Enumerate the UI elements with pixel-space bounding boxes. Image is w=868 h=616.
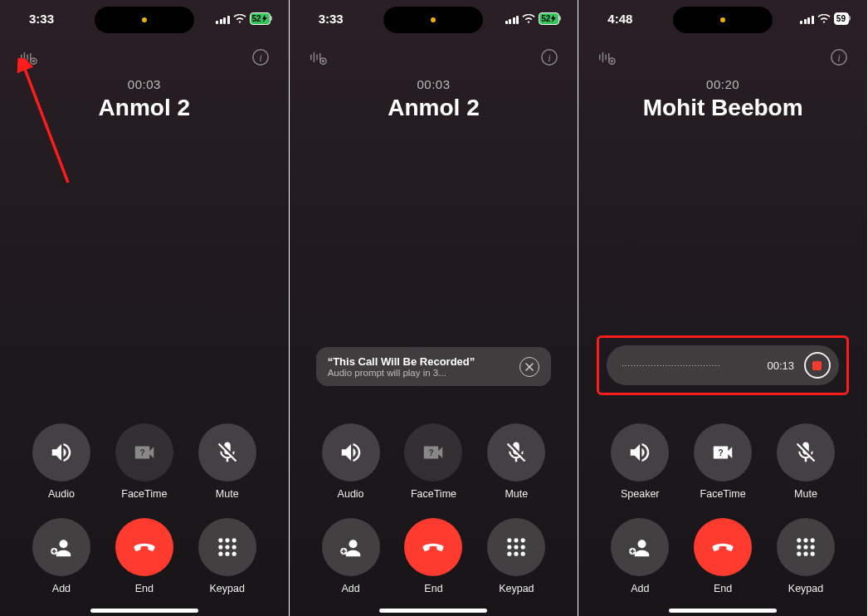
call-screen-2: 3:33 52 i 00:03 Anmol 2 “This Call Will … xyxy=(290,0,579,616)
svg-text:?: ? xyxy=(719,448,724,457)
svg-point-36 xyxy=(514,545,519,549)
call-timer: 00:03 xyxy=(290,77,578,91)
end-call-button[interactable]: End xyxy=(404,518,462,594)
svg-point-40 xyxy=(521,552,525,556)
mute-button[interactable]: Mute xyxy=(487,423,545,500)
svg-point-13 xyxy=(225,538,229,542)
svg-point-34 xyxy=(521,538,525,542)
svg-point-33 xyxy=(514,538,519,542)
cellular-icon xyxy=(800,14,814,24)
end-call-button[interactable]: End xyxy=(115,518,173,594)
wifi-icon xyxy=(233,14,246,24)
waveform-icon: ·································· xyxy=(622,361,757,369)
svg-point-20 xyxy=(232,552,236,556)
call-controls: Audio ?FaceTime Mute Add End Keypad xyxy=(290,423,578,594)
facetime-button[interactable]: ?FaceTime xyxy=(404,423,462,500)
svg-text:i: i xyxy=(549,52,552,64)
home-indicator[interactable] xyxy=(669,609,777,613)
svg-point-37 xyxy=(521,545,525,549)
status-time: 3:33 xyxy=(319,12,344,26)
keypad-button[interactable]: Keypad xyxy=(487,518,545,594)
keypad-button[interactable]: Keypad xyxy=(198,518,256,594)
facetime-button[interactable]: ?FaceTime xyxy=(694,423,752,500)
dynamic-island xyxy=(673,7,773,33)
keypad-button[interactable]: Keypad xyxy=(777,518,835,594)
svg-point-30 xyxy=(349,540,357,548)
record-call-icon[interactable] xyxy=(597,47,617,67)
add-button[interactable]: Add xyxy=(322,518,380,594)
svg-point-50 xyxy=(638,540,646,548)
svg-point-58 xyxy=(797,552,801,556)
call-controls: Audio ?FaceTime Mute Add End Keypad xyxy=(0,423,289,594)
svg-point-60 xyxy=(811,552,815,556)
svg-text:i: i xyxy=(837,52,841,64)
svg-point-39 xyxy=(514,552,519,556)
info-icon[interactable]: i xyxy=(251,47,271,67)
record-call-icon[interactable] xyxy=(308,47,328,67)
recording-indicator: ·································· 00:13 xyxy=(607,345,839,385)
svg-point-18 xyxy=(218,552,222,556)
svg-point-56 xyxy=(803,545,807,549)
info-icon[interactable]: i xyxy=(829,47,849,67)
call-controls: Speaker ?FaceTime Mute Add End Keypad xyxy=(578,423,867,594)
svg-point-17 xyxy=(232,545,236,549)
svg-line-8 xyxy=(23,65,68,183)
svg-point-53 xyxy=(803,538,807,542)
contact-name: Mohit Beebom xyxy=(578,95,867,121)
svg-text:?: ? xyxy=(139,448,144,457)
home-indicator[interactable] xyxy=(90,609,198,613)
svg-point-38 xyxy=(508,552,512,556)
home-indicator[interactable] xyxy=(379,609,487,613)
audio-button[interactable]: Audio xyxy=(32,423,90,500)
annotation-arrow xyxy=(17,58,75,191)
dynamic-island xyxy=(383,7,483,33)
svg-point-55 xyxy=(797,545,801,549)
notification-subtitle: Audio prompt will play in 3... xyxy=(328,368,475,378)
speaker-button[interactable]: Speaker xyxy=(611,423,669,500)
mute-button[interactable]: Mute xyxy=(777,423,835,500)
call-screen-3: 4:48 59 i 00:20 Mohit Beebom ···········… xyxy=(578,0,868,616)
stop-recording-button[interactable] xyxy=(804,352,831,379)
svg-point-12 xyxy=(218,538,222,542)
add-button[interactable]: Add xyxy=(32,518,90,594)
facetime-button[interactable]: ?FaceTime xyxy=(115,423,173,500)
recording-time: 00:13 xyxy=(767,359,794,372)
wifi-icon xyxy=(817,14,831,24)
svg-point-32 xyxy=(508,538,512,542)
cellular-icon xyxy=(505,14,519,24)
svg-point-57 xyxy=(811,545,815,549)
cellular-icon xyxy=(216,14,230,24)
svg-point-35 xyxy=(508,545,512,549)
contact-name: Anmol 2 xyxy=(290,95,578,121)
status-time: 3:33 xyxy=(29,12,54,26)
close-icon[interactable] xyxy=(519,357,539,377)
add-button[interactable]: Add xyxy=(611,518,669,594)
battery-icon: 52 xyxy=(539,12,559,25)
svg-point-14 xyxy=(232,538,236,542)
call-screen-1: 3:33 52 i 00:03 Anmol 2 Audio ?FaceTime … xyxy=(0,0,290,616)
svg-point-54 xyxy=(811,538,815,542)
battery-icon: 59 xyxy=(834,12,849,25)
notification-title: “This Call Will Be Recorded” xyxy=(328,355,475,368)
svg-point-19 xyxy=(225,552,229,556)
svg-text:?: ? xyxy=(429,448,434,457)
mute-button[interactable]: Mute xyxy=(198,423,256,500)
svg-point-15 xyxy=(218,545,222,549)
end-call-button[interactable]: End xyxy=(694,518,752,594)
dynamic-island xyxy=(95,7,194,33)
status-time: 4:48 xyxy=(607,12,632,26)
call-timer: 00:20 xyxy=(578,77,867,91)
svg-point-59 xyxy=(803,552,807,556)
battery-icon: 52 xyxy=(250,12,271,25)
svg-point-26 xyxy=(321,60,324,62)
info-icon[interactable]: i xyxy=(539,47,559,67)
svg-point-10 xyxy=(59,540,67,548)
recording-notification: “This Call Will Be Recorded” Audio promp… xyxy=(316,347,552,386)
svg-text:i: i xyxy=(259,52,262,64)
audio-button[interactable]: Audio xyxy=(322,423,380,500)
svg-point-16 xyxy=(225,545,229,549)
wifi-icon xyxy=(522,14,535,24)
svg-point-52 xyxy=(797,538,801,542)
svg-point-46 xyxy=(611,60,613,62)
